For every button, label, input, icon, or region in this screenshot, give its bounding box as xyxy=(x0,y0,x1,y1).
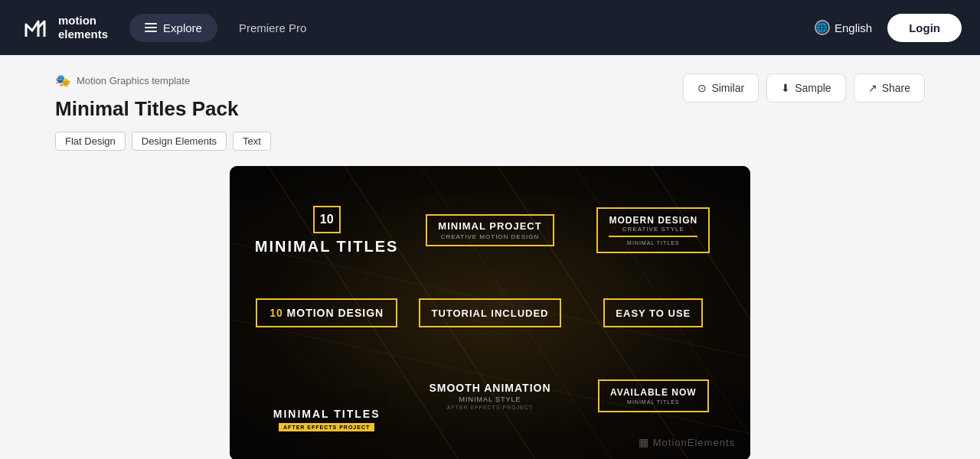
action-buttons: ⊙ Similar ⬇ Sample ↗ Share xyxy=(683,73,925,103)
hamburger-icon xyxy=(145,23,157,32)
minimal-style-text: MINIMAL STYLE xyxy=(459,396,521,403)
number-box: 10 xyxy=(313,206,341,233)
creative-motion-text: CREATIVE MOTION DESIGN xyxy=(438,233,541,240)
motion-design-box: 10 MOTION DESIGN xyxy=(256,298,397,327)
tutorial-text: TUTORIAL INCLUDED xyxy=(431,308,548,319)
preview-cell-1: 10 MINIMAL TITLES xyxy=(245,189,408,272)
easy-text: EASY TO USE xyxy=(616,308,691,319)
tag-text[interactable]: Text xyxy=(233,132,271,151)
header-right: 🌐 English Login xyxy=(815,14,962,42)
modern-design-box: MODERN DESIGN CREATIVE STYLE MINIMAL TIT… xyxy=(596,207,710,253)
minimal-project-text: MINIMAL PROJECT xyxy=(438,220,541,232)
motion-text: MOTION DESIGN xyxy=(287,307,384,319)
preview-content: 10 MINIMAL TITLES MINIMAL PROJECT CREATI… xyxy=(230,166,750,459)
share-button[interactable]: ↗ Share xyxy=(854,73,925,103)
watermark: ▦ MotionElements xyxy=(639,436,735,448)
login-button[interactable]: Login xyxy=(887,14,962,42)
share-label: Share xyxy=(882,82,910,94)
language-label: English xyxy=(835,21,872,34)
minimal-titles-text: MINIMAL TITLES xyxy=(255,238,399,256)
tutorial-box: TUTORIAL INCLUDED xyxy=(419,298,560,327)
preview-cell-7: MINIMAL TITLES AFTER EFFECTS PROJECT xyxy=(245,402,408,438)
preview-cell-4: 10 MOTION DESIGN xyxy=(245,272,408,354)
preview-cell-3: MODERN DESIGN CREATIVE STYLE MINIMAL TIT… xyxy=(572,189,735,272)
watermark-icon: ▦ xyxy=(639,436,648,448)
explore-label: Explore xyxy=(163,21,202,34)
explore-button[interactable]: Explore xyxy=(129,14,217,42)
main-content: 🎭 Motion Graphics template Minimal Title… xyxy=(31,55,949,459)
preview-cell-6: EASY TO USE xyxy=(572,272,735,354)
similar-icon: ⊙ xyxy=(697,82,707,94)
preview-cell-8: SMOOTH ANIMATION MINIMAL STYLE AFTER EFF… xyxy=(408,355,571,438)
bottom-title-main: MINIMAL TITLES xyxy=(273,408,381,420)
similar-button[interactable]: ⊙ Similar xyxy=(683,73,759,103)
globe-icon: 🌐 xyxy=(815,20,830,35)
logo-icon xyxy=(18,11,52,44)
sample-label: Sample xyxy=(795,82,831,94)
easy-box: EASY TO USE xyxy=(603,298,703,327)
template-icon: 🎭 xyxy=(55,73,70,88)
top-section: 🎭 Motion Graphics template Minimal Title… xyxy=(55,73,925,151)
premiere-pro-link[interactable]: Premiere Pro xyxy=(239,21,306,34)
tags-container: Flat Design Design Elements Text xyxy=(55,132,925,151)
modern-design-text: MODERN DESIGN xyxy=(609,215,697,226)
smooth-animation-text: SMOOTH ANIMATION xyxy=(429,382,550,394)
logo-text-line2: elements xyxy=(58,28,108,41)
after-effects-text-2: AFTER EFFECTS PROJECT xyxy=(447,405,533,410)
minimal-project-box: MINIMAL PROJECT CREATIVE MOTION DESIGN xyxy=(426,214,554,246)
logo-text-line1: motion xyxy=(58,14,108,28)
preview-cell-2: MINIMAL PROJECT CREATIVE MOTION DESIGN xyxy=(408,189,571,272)
watermark-text: MotionElements xyxy=(653,437,735,448)
number-10: 10 xyxy=(320,213,334,226)
preview-cell-9: AVAILABLE NOW MINIMAL TITLES xyxy=(572,355,735,438)
yellow-divider xyxy=(609,236,697,237)
logo[interactable]: motion elements xyxy=(18,11,108,44)
language-button[interactable]: 🌐 English xyxy=(815,20,872,35)
header: motion elements Explore Premiere Pro 🌐 E… xyxy=(0,0,980,55)
download-icon: ⬇ xyxy=(781,82,790,94)
tag-flat-design[interactable]: Flat Design xyxy=(55,132,126,151)
preview-cell-5: TUTORIAL INCLUDED xyxy=(408,272,571,354)
creative-style-text: CREATIVE STYLE xyxy=(609,226,697,233)
share-icon: ↗ xyxy=(868,82,877,94)
motion-num: 10 xyxy=(270,307,286,319)
similar-label: Similar xyxy=(711,82,744,94)
minimal-titles-sub: MINIMAL TITLES xyxy=(610,399,697,405)
tag-design-elements[interactable]: Design Elements xyxy=(132,132,227,151)
available-box: AVAILABLE NOW MINIMAL TITLES xyxy=(598,379,709,412)
preview-container: 10 MINIMAL TITLES MINIMAL PROJECT CREATI… xyxy=(230,166,750,459)
after-effects-text: AFTER EFFECTS PROJECT xyxy=(279,423,374,431)
sample-button[interactable]: ⬇ Sample xyxy=(766,73,845,103)
breadcrumb-text: Motion Graphics template xyxy=(77,75,190,86)
minimal-titles-small: MINIMAL TITLES xyxy=(609,240,697,246)
available-now-text: AVAILABLE NOW xyxy=(610,387,697,398)
